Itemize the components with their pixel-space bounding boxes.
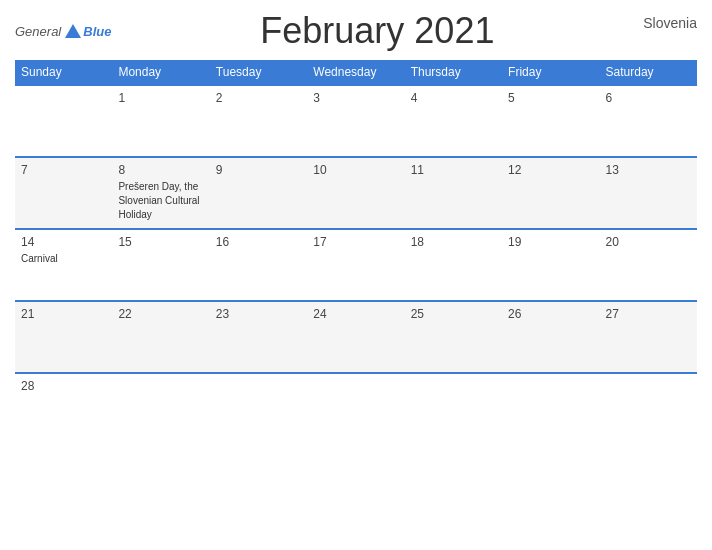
calendar-cell: 14Carnival xyxy=(15,229,112,301)
date-number: 11 xyxy=(411,163,496,177)
calendar-cell: 8Prešeren Day, the Slovenian Cultural Ho… xyxy=(112,157,209,229)
calendar-cell xyxy=(405,373,502,445)
date-number: 28 xyxy=(21,379,106,393)
calendar-cell: 21 xyxy=(15,301,112,373)
calendar-cell: 26 xyxy=(502,301,599,373)
date-number: 26 xyxy=(508,307,593,321)
logo-triangle-icon xyxy=(65,24,81,38)
event-label: Prešeren Day, the Slovenian Cultural Hol… xyxy=(118,181,199,220)
calendar-week-row: 78Prešeren Day, the Slovenian Cultural H… xyxy=(15,157,697,229)
calendar-cell xyxy=(502,373,599,445)
date-number: 8 xyxy=(118,163,203,177)
calendar-cell: 16 xyxy=(210,229,307,301)
calendar-cell: 9 xyxy=(210,157,307,229)
calendar-cell: 10 xyxy=(307,157,404,229)
date-number: 1 xyxy=(118,91,203,105)
date-number: 5 xyxy=(508,91,593,105)
date-number: 20 xyxy=(606,235,691,249)
event-label: Carnival xyxy=(21,253,58,264)
calendar-cell: 1 xyxy=(112,85,209,157)
calendar-cell: 15 xyxy=(112,229,209,301)
calendar-week-row: 14Carnival151617181920 xyxy=(15,229,697,301)
date-number: 12 xyxy=(508,163,593,177)
calendar-cell: 12 xyxy=(502,157,599,229)
calendar-title: February 2021 xyxy=(260,10,494,52)
date-number: 4 xyxy=(411,91,496,105)
calendar-cell: 27 xyxy=(600,301,697,373)
date-number: 2 xyxy=(216,91,301,105)
date-number: 21 xyxy=(21,307,106,321)
calendar-cell: 28 xyxy=(15,373,112,445)
date-number: 3 xyxy=(313,91,398,105)
calendar-cell: 22 xyxy=(112,301,209,373)
calendar-cell: 3 xyxy=(307,85,404,157)
date-number: 13 xyxy=(606,163,691,177)
calendar-cell: 18 xyxy=(405,229,502,301)
date-number: 9 xyxy=(216,163,301,177)
date-number: 10 xyxy=(313,163,398,177)
date-number: 7 xyxy=(21,163,106,177)
calendar-week-row: 123456 xyxy=(15,85,697,157)
calendar-cell: 20 xyxy=(600,229,697,301)
header-thursday: Thursday xyxy=(405,60,502,85)
calendar-cell: 23 xyxy=(210,301,307,373)
calendar-week-row: 28 xyxy=(15,373,697,445)
calendar-cell xyxy=(307,373,404,445)
header-monday: Monday xyxy=(112,60,209,85)
logo: General Blue xyxy=(15,24,111,39)
calendar-cell: 4 xyxy=(405,85,502,157)
date-number: 27 xyxy=(606,307,691,321)
logo-blue-text: Blue xyxy=(83,24,111,39)
calendar-cell xyxy=(15,85,112,157)
calendar-table: Sunday Monday Tuesday Wednesday Thursday… xyxy=(15,60,697,445)
header-saturday: Saturday xyxy=(600,60,697,85)
calendar-cell: 19 xyxy=(502,229,599,301)
header: General Blue February 2021 Slovenia xyxy=(15,10,697,52)
header-tuesday: Tuesday xyxy=(210,60,307,85)
date-number: 18 xyxy=(411,235,496,249)
calendar-cell: 7 xyxy=(15,157,112,229)
country-name: Slovenia xyxy=(643,15,697,31)
date-number: 24 xyxy=(313,307,398,321)
date-number: 25 xyxy=(411,307,496,321)
calendar-cell: 6 xyxy=(600,85,697,157)
header-friday: Friday xyxy=(502,60,599,85)
calendar-cell: 24 xyxy=(307,301,404,373)
calendar-cell: 11 xyxy=(405,157,502,229)
date-number: 19 xyxy=(508,235,593,249)
date-number: 14 xyxy=(21,235,106,249)
weekday-header-row: Sunday Monday Tuesday Wednesday Thursday… xyxy=(15,60,697,85)
date-number: 15 xyxy=(118,235,203,249)
page: General Blue February 2021 Slovenia Sund… xyxy=(0,0,712,550)
date-number: 22 xyxy=(118,307,203,321)
calendar-cell: 5 xyxy=(502,85,599,157)
date-number: 23 xyxy=(216,307,301,321)
calendar-cell: 2 xyxy=(210,85,307,157)
header-wednesday: Wednesday xyxy=(307,60,404,85)
calendar-cell xyxy=(600,373,697,445)
header-sunday: Sunday xyxy=(15,60,112,85)
calendar-cell: 13 xyxy=(600,157,697,229)
logo-general-text: General xyxy=(15,24,61,39)
calendar-cell: 17 xyxy=(307,229,404,301)
date-number: 16 xyxy=(216,235,301,249)
date-number: 17 xyxy=(313,235,398,249)
calendar-cell xyxy=(210,373,307,445)
date-number: 6 xyxy=(606,91,691,105)
calendar-week-row: 21222324252627 xyxy=(15,301,697,373)
calendar-cell: 25 xyxy=(405,301,502,373)
calendar-cell xyxy=(112,373,209,445)
